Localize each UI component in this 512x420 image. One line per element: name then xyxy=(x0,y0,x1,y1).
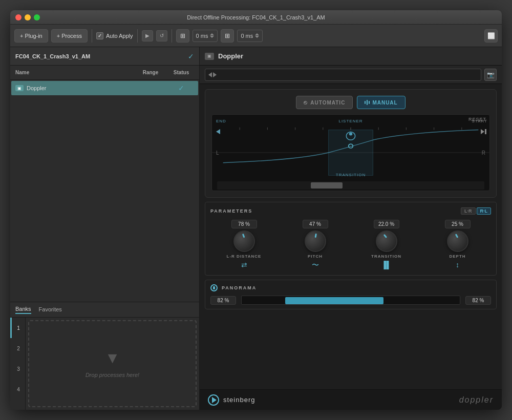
steinberg-play-icon xyxy=(212,397,217,403)
plugin-header: ▣ Doppler xyxy=(200,47,502,66)
banks-section: Banks Favorites 1 2 3 4 ▼ Drop processes… xyxy=(10,302,199,410)
tab-banks[interactable]: Banks xyxy=(15,306,31,314)
depth-knob[interactable] xyxy=(447,230,468,252)
clip-name: FC04_CK_1_Crash3_v1_AM xyxy=(15,53,90,59)
loop-button[interactable]: ↺ xyxy=(156,30,167,41)
play-button[interactable]: ▶ xyxy=(142,30,153,41)
bank-num-2[interactable]: 2 xyxy=(10,338,25,359)
listener-label: LISTENER xyxy=(338,119,362,123)
params-header: PARAMETERS L·R R·L xyxy=(210,207,491,215)
preset-nav[interactable] xyxy=(208,72,217,77)
add-plugin-button[interactable]: + Plug-in xyxy=(14,29,48,43)
drop-zone[interactable]: ▼ Drop processes here! xyxy=(28,320,197,407)
preset-next[interactable] xyxy=(213,72,217,77)
plugin-title: Doppler xyxy=(218,52,243,60)
drop-arrow-icon: ▼ xyxy=(105,349,120,367)
params-row: 78 % L-R DISTANCE ⇄ 47 % PITCH 〜 xyxy=(210,220,491,270)
bank-num-4[interactable]: 4 xyxy=(10,379,25,400)
post-ms-up[interactable] xyxy=(255,33,259,35)
panorama-header: PANORAMA xyxy=(210,284,491,291)
preset-prev[interactable] xyxy=(208,72,212,77)
drop-text: Drop processes here! xyxy=(86,372,139,378)
lr-btn-lr[interactable]: L·R xyxy=(461,207,476,215)
lr-distance-knob[interactable] xyxy=(233,230,255,252)
pano-right-value: 82 % xyxy=(465,296,491,305)
pano-bar[interactable] xyxy=(241,296,460,305)
clip-header: FC04_CK_1_Crash3_v1_AM ✓ xyxy=(10,47,199,66)
effect-icon: ▣ xyxy=(15,85,24,91)
param-lr-distance: 78 % L-R DISTANCE ⇄ xyxy=(210,220,278,270)
plugin-type-icon: ▣ xyxy=(205,53,214,60)
main-window: Direct Offline Processing: FC04_CK_1_Cra… xyxy=(10,10,502,410)
l-label: L xyxy=(216,150,219,156)
transition-param-label: TRANSITION xyxy=(371,254,401,259)
effect-status-check: ✓ xyxy=(168,84,194,92)
param-transition: 22.0 % TRANSITION ▐▌ xyxy=(353,220,420,270)
add-process-button[interactable]: + Process xyxy=(51,29,88,43)
col-range-header: Range xyxy=(133,70,168,75)
effects-list: ▣ Doppler ✓ xyxy=(10,80,199,302)
pre-ms-up[interactable] xyxy=(210,33,214,35)
grid-button-2[interactable]: ⊞ xyxy=(221,29,234,43)
panorama-power-button[interactable] xyxy=(210,284,218,291)
svg-point-12 xyxy=(349,133,353,136)
toolbar: + Plug-in + Process ✓ Auto Apply ▶ ↺ ⊞ 0… xyxy=(10,25,502,47)
fullscreen-button[interactable]: ⬜ xyxy=(484,29,498,43)
bank-num-1[interactable]: 1 xyxy=(10,318,25,338)
effect-name: Doppler xyxy=(27,85,168,91)
toolbar-separator-1 xyxy=(92,29,92,43)
product-name: doppler xyxy=(459,395,494,405)
viz-svg xyxy=(212,115,489,191)
plugin-body: ⎋ AUTOMATIC MANUAL xyxy=(200,84,502,389)
pitch-knob[interactable] xyxy=(305,230,326,252)
doppler-ui: ⎋ AUTOMATIC MANUAL xyxy=(205,89,497,198)
post-ms-down[interactable] xyxy=(255,36,259,38)
close-btn[interactable] xyxy=(15,14,22,20)
transition-knob[interactable] xyxy=(376,230,397,252)
left-panel: FC04_CK_1_Crash3_v1_AM ✓ Name Range Stat… xyxy=(10,47,200,410)
lr-btn-rl[interactable]: R·L xyxy=(477,207,492,215)
viz-scrollthumb[interactable] xyxy=(311,182,343,188)
start-flag-icon xyxy=(481,129,486,134)
toolbar-right: ⬜ xyxy=(484,29,498,43)
col-status-header: Status xyxy=(168,70,194,75)
pre-ms-value: 0 ms xyxy=(196,33,208,39)
pre-ms-arrows[interactable] xyxy=(210,33,214,38)
grid-button[interactable]: ⊞ xyxy=(176,29,189,43)
auto-apply-checkbox[interactable]: ✓ xyxy=(96,32,103,39)
effects-list-header: Name Range Status xyxy=(10,66,199,80)
toolbar-separator-3 xyxy=(172,29,172,43)
right-panel: ▣ Doppler 📷 ⎋ AU xyxy=(200,47,502,410)
r-label: R xyxy=(482,150,485,156)
col-name-header: Name xyxy=(15,70,133,75)
bank-num-3[interactable]: 3 xyxy=(10,359,25,379)
lr-distance-value: 78 % xyxy=(231,220,257,228)
viz-scrollbar[interactable] xyxy=(217,181,484,190)
params-title: PARAMETERS xyxy=(210,208,252,214)
panorama-title: PANORAMA xyxy=(222,285,257,290)
post-ms-arrows[interactable] xyxy=(255,33,259,38)
tab-favorites[interactable]: Favorites xyxy=(39,306,62,313)
maximize-btn[interactable] xyxy=(34,14,40,20)
param-pitch: 47 % PITCH 〜 xyxy=(282,220,349,270)
mode-manual-button[interactable]: MANUAL xyxy=(357,96,405,109)
transition-label: TRANSITION xyxy=(336,173,366,177)
mode-automatic-button[interactable]: ⎋ AUTOMATIC xyxy=(296,96,353,109)
end-flag-icon xyxy=(216,129,220,134)
auto-apply-toggle[interactable]: ✓ Auto Apply xyxy=(96,32,133,39)
post-ms-control[interactable]: 0 ms xyxy=(237,30,263,42)
minimize-btn[interactable] xyxy=(25,14,31,20)
end-label: END xyxy=(216,119,226,123)
plugin-controls: 📷 xyxy=(200,66,502,84)
transition-icon: ▐▌ xyxy=(381,261,392,269)
preset-area xyxy=(205,69,481,81)
visualizer[interactable]: RESET xyxy=(211,114,490,191)
lr-distance-icon: ⇄ xyxy=(241,261,247,269)
depth-label: DEPTH xyxy=(449,254,465,259)
lr-buttons: L·R R·L xyxy=(461,207,491,215)
bank-numbers: 1 2 3 4 xyxy=(10,318,26,410)
pre-ms-control[interactable]: 0 ms xyxy=(193,30,218,42)
pre-ms-down[interactable] xyxy=(210,36,214,38)
table-row[interactable]: ▣ Doppler ✓ xyxy=(11,81,198,95)
snapshot-button[interactable]: 📷 xyxy=(484,69,497,81)
